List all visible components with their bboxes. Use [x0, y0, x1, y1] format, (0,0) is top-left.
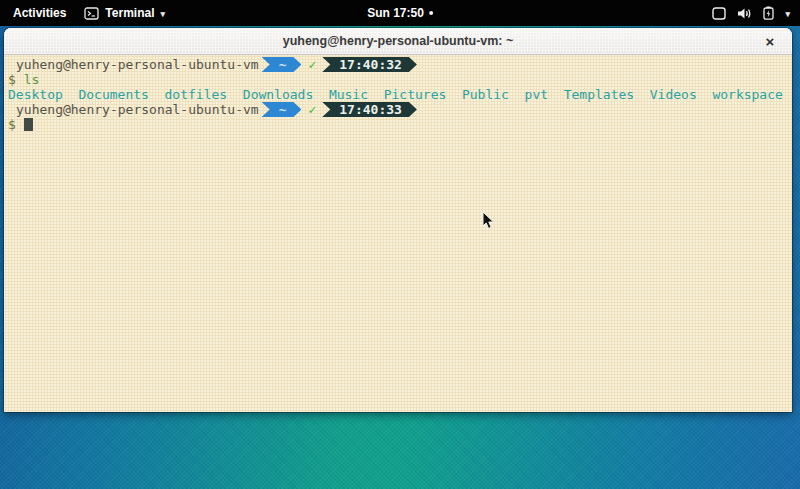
prompt-time-segment: 17:40:32: [322, 57, 417, 72]
system-status-area[interactable]: ▾: [712, 0, 790, 26]
terminal-window: yuheng@henry-personal-ubuntu-vm: ~ × yuh…: [4, 28, 792, 412]
prompt-status-check: ✓: [308, 57, 316, 72]
typed-command: ls: [24, 72, 40, 87]
chevron-down-icon: ▾: [160, 10, 165, 19]
gnome-top-bar: Activities Terminal ▾ Sun 17:50: [0, 0, 800, 26]
activities-button[interactable]: Activities: [9, 4, 70, 22]
prompt-time-segment: 17:40:33: [322, 102, 417, 117]
window-titlebar[interactable]: yuheng@henry-personal-ubuntu-vm: ~ ×: [4, 28, 792, 55]
app-menu-label: Terminal: [105, 6, 154, 20]
close-icon: ×: [766, 33, 775, 50]
command-line: $ ls: [8, 72, 792, 87]
chevron-down-icon: ▾: [785, 10, 790, 19]
volume-icon: [737, 7, 752, 20]
prompt-cwd-segment: ~: [262, 57, 302, 72]
prompt-line: yuheng@henry-personal-ubuntu-vm~✓17:40:3…: [8, 57, 792, 72]
clock-button[interactable]: Sun 17:50: [367, 0, 433, 26]
close-button[interactable]: ×: [760, 31, 780, 51]
notification-dot: [429, 11, 433, 15]
clock-label: Sun 17:50: [367, 6, 424, 20]
prompt-cwd-segment: ~: [262, 102, 302, 117]
prompt-user-host: yuheng@henry-personal-ubuntu-vm: [16, 57, 259, 72]
terminal-content[interactable]: yuheng@henry-personal-ubuntu-vm~✓17:40:3…: [4, 55, 792, 412]
prompt-symbol: $: [8, 72, 16, 87]
prompt-symbol: $: [8, 117, 16, 132]
terminal-cursor: [24, 118, 33, 131]
ls-output: Desktop Documents dotfiles Downloads Mus…: [8, 87, 792, 102]
prompt-status-check: ✓: [308, 102, 316, 117]
window-title: yuheng@henry-personal-ubuntu-vm: ~: [283, 34, 514, 48]
terminal-icon: [84, 7, 99, 20]
battery-charging-icon: [763, 6, 774, 20]
prompt-line: yuheng@henry-personal-ubuntu-vm~✓17:40:3…: [8, 102, 792, 117]
input-line: $: [8, 117, 792, 132]
screen-icon: [712, 7, 726, 20]
app-menu-terminal[interactable]: Terminal ▾: [84, 6, 165, 20]
prompt-user-host: yuheng@henry-personal-ubuntu-vm: [16, 102, 259, 117]
